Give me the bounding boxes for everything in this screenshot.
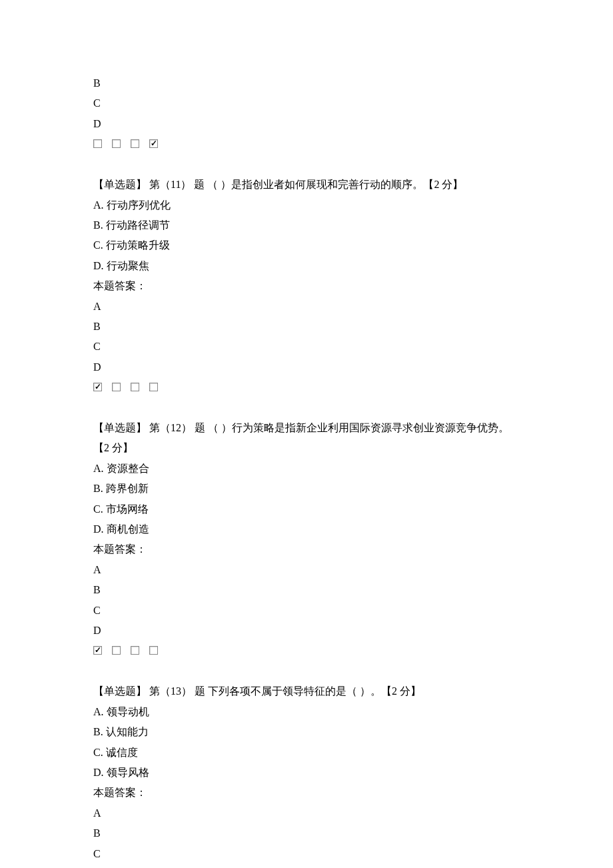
checkbox-row xyxy=(93,646,520,655)
question-text: 【单选题】 第（11） 题 （ ）是指创业者如何展现和完善行动的顺序。【2 分】 xyxy=(93,175,520,195)
option: C. 市场网络 xyxy=(93,499,520,519)
option-label: B. xyxy=(93,726,106,737)
question-body: （ ）是指创业者如何展现和完善行动的顺序。 xyxy=(207,179,423,190)
option-label: A. xyxy=(93,199,107,211)
option-text: 商机创造 xyxy=(107,523,149,535)
option: B. 跨界创新 xyxy=(93,479,520,499)
option-label: D. xyxy=(93,767,107,778)
option-text: 领导风格 xyxy=(107,767,149,778)
answer-letter: D xyxy=(93,621,520,641)
question-points: 【2 分】 xyxy=(93,442,133,453)
question-body: 下列各项不属于领导特征的是（ ）。 xyxy=(208,685,381,697)
answer-checkbox[interactable] xyxy=(131,383,139,391)
option-text: 跨界创新 xyxy=(106,483,149,494)
question-number-suffix: 题 xyxy=(195,685,205,697)
answer-checkbox[interactable] xyxy=(112,139,121,148)
option: B. 认知能力 xyxy=(93,722,520,742)
question-number-prefix: 第（12） xyxy=(149,422,192,433)
answer-checkbox[interactable] xyxy=(131,139,139,148)
option-text: 行动路径调节 xyxy=(106,219,170,231)
option-label: A. xyxy=(93,706,107,717)
option: C. 行动策略升级 xyxy=(93,235,520,255)
question-text: 【单选题】 第（13） 题 下列各项不属于领导特征的是（ ）。【2 分】 xyxy=(93,681,520,701)
option-label: B. xyxy=(93,219,106,231)
question-type-label: 【单选题】 xyxy=(93,685,147,697)
option: A. 领导动机 xyxy=(93,702,520,722)
option-label: C. xyxy=(93,503,106,515)
answer-letter: B xyxy=(93,73,520,93)
answer-checkbox[interactable] xyxy=(131,646,139,655)
option-text: 行动策略升级 xyxy=(106,239,170,251)
answer-letter: A xyxy=(93,560,520,580)
options-list: A. 资源整合B. 跨界创新C. 市场网络D. 商机创造 xyxy=(93,459,520,540)
option: D. 商机创造 xyxy=(93,519,520,539)
options-list: A. 领导动机B. 认知能力C. 诚信度D. 领导风格 xyxy=(93,702,520,783)
option: C. 诚信度 xyxy=(93,743,520,763)
option-text: 领导动机 xyxy=(107,706,149,717)
question-block: 【单选题】 第（12） 题 （ ）行为策略是指新企业利用国际资源寻求创业资源竞争… xyxy=(93,418,520,655)
answer-label: 本题答案： xyxy=(93,276,520,296)
options-list: A. 行动序列优化B. 行动路径调节C. 行动策略升级D. 行动聚焦 xyxy=(93,195,520,277)
question-number-prefix: 第（13） xyxy=(149,685,192,697)
answer-checkbox[interactable] xyxy=(93,646,102,655)
option-text: 行动聚焦 xyxy=(107,260,149,271)
answer-letter: C xyxy=(93,844,520,864)
answer-letter: C xyxy=(93,601,520,621)
answer-letter: D xyxy=(93,864,520,868)
option-label: B. xyxy=(93,483,106,494)
answer-checkbox[interactable] xyxy=(112,646,121,655)
question-type-label: 【单选题】 xyxy=(93,179,147,190)
option-label: A. xyxy=(93,463,107,474)
checkbox-row xyxy=(93,383,520,391)
answer-checkbox[interactable] xyxy=(112,383,121,391)
question-number-suffix: 题 xyxy=(194,179,205,190)
answer-letters: ABCD xyxy=(93,803,520,868)
answer-checkbox[interactable] xyxy=(149,139,158,148)
option-text: 资源整合 xyxy=(107,463,149,474)
question-body: （ ）行为策略是指新企业利用国际资源寻求创业资源竞争优势。 xyxy=(208,422,509,433)
answer-letter: D xyxy=(93,357,520,377)
answer-letter: A xyxy=(93,297,520,317)
option-text: 认知能力 xyxy=(106,726,149,737)
question-type-label: 【单选题】 xyxy=(93,422,147,433)
question-points: 【2 分】 xyxy=(423,179,463,190)
option-label: D. xyxy=(93,523,107,535)
answer-letter: B xyxy=(93,317,520,337)
answer-checkbox[interactable] xyxy=(93,383,102,391)
option: A. 资源整合 xyxy=(93,459,520,479)
option: D. 领导风格 xyxy=(93,763,520,783)
answer-letter: D xyxy=(93,114,520,134)
question-number-prefix: 第（11） xyxy=(149,179,191,190)
option: A. 行动序列优化 xyxy=(93,195,520,215)
question-points: 【2 分】 xyxy=(381,685,421,697)
answer-letters: ABCD xyxy=(93,297,520,378)
option: D. 行动聚焦 xyxy=(93,256,520,276)
question-block: 【单选题】 第（11） 题 （ ）是指创业者如何展现和完善行动的顺序。【2 分】… xyxy=(93,175,520,391)
option: B. 行动路径调节 xyxy=(93,215,520,235)
question-text: 【单选题】 第（12） 题 （ ）行为策略是指新企业利用国际资源寻求创业资源竞争… xyxy=(93,418,520,459)
answer-checkbox[interactable] xyxy=(93,139,102,148)
question-block: 【单选题】 第（13） 题 下列各项不属于领导特征的是（ ）。【2 分】 A. … xyxy=(93,681,520,868)
answer-letter: A xyxy=(93,803,520,823)
answer-letter: C xyxy=(93,93,520,113)
answer-checkbox[interactable] xyxy=(149,646,158,655)
answer-letters: ABCD xyxy=(93,560,520,641)
partial-checkbox-row xyxy=(93,139,520,148)
answer-label: 本题答案： xyxy=(93,783,520,803)
option-label: C. xyxy=(93,239,106,251)
option-text: 诚信度 xyxy=(106,747,138,758)
option-text: 行动序列优化 xyxy=(107,199,171,211)
answer-letter: B xyxy=(93,580,520,600)
partial-answer-letters: B C D xyxy=(93,73,520,134)
answer-letter: B xyxy=(93,823,520,843)
answer-checkbox[interactable] xyxy=(149,383,158,391)
option-label: D. xyxy=(93,260,107,271)
option-label: C. xyxy=(93,747,106,758)
answer-letter: C xyxy=(93,337,520,357)
option-text: 市场网络 xyxy=(106,503,149,515)
answer-label: 本题答案： xyxy=(93,539,520,559)
question-number-suffix: 题 xyxy=(195,422,205,433)
